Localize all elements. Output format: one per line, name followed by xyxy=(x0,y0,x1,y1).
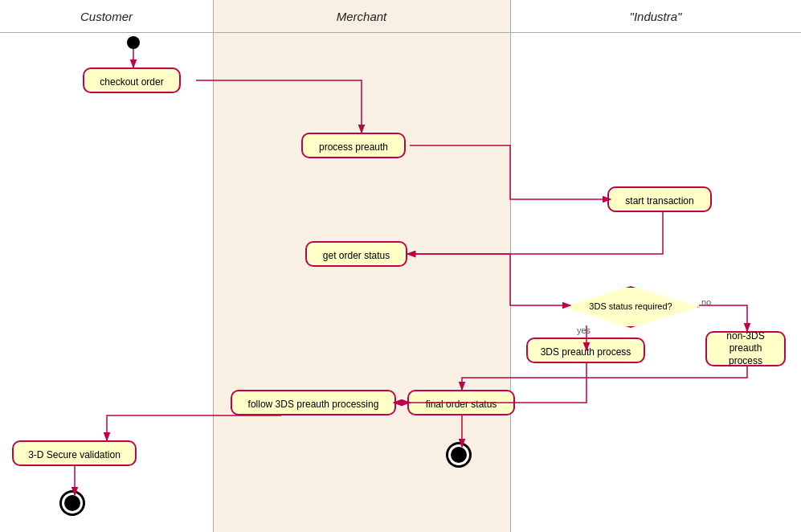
decision-diamond-container: 3DS status required? xyxy=(562,286,699,328)
get-order-status-box: get order status xyxy=(305,241,407,267)
end-node-customer xyxy=(64,495,80,511)
divider-2 xyxy=(510,0,511,532)
final-order-status-box: final order status xyxy=(407,390,515,415)
no-label: no xyxy=(701,297,711,307)
secure-validation-box: 3-D Secure validation xyxy=(12,440,137,466)
start-transaction-box: start transaction xyxy=(607,186,712,212)
checkout-order-box: checkout order xyxy=(83,68,181,93)
customer-header: Customer xyxy=(0,10,213,23)
divider-1 xyxy=(213,0,214,532)
end-node-merchant xyxy=(451,447,467,463)
yes-label: yes xyxy=(577,325,591,335)
merchant-header: Merchant xyxy=(213,10,510,23)
process-preauth-box: process preauth xyxy=(301,133,406,158)
diagram-container: Customer Merchant "Industra" xyxy=(0,0,801,532)
ds-preauth-process-box: 3DS preauth process xyxy=(526,338,645,363)
follow-3ds-box: follow 3DS preauth processing xyxy=(231,390,396,415)
non-ds-preauth-box: non-3DS preauth process xyxy=(705,331,786,366)
header-divider xyxy=(0,32,801,33)
decision-label: 3DS status required? xyxy=(562,286,699,328)
start-node xyxy=(127,36,140,49)
industra-header: "Industra" xyxy=(510,10,801,23)
